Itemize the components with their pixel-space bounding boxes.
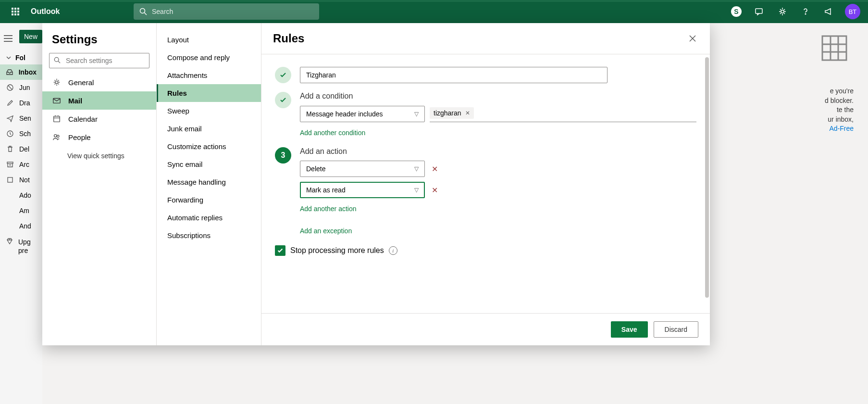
settings-button[interactable]: [772, 0, 793, 23]
settings-title: Settings: [42, 33, 156, 53]
hamburger-icon: [4, 35, 12, 42]
settings-cat-general[interactable]: General: [42, 73, 156, 91]
folder-label: Jun: [19, 84, 30, 91]
svg-point-0: [140, 9, 145, 13]
settings-sub-forwarding[interactable]: Forwarding: [157, 191, 261, 209]
settings-content-pane: Rules Add a condi: [261, 23, 710, 345]
folder-label: Del: [19, 145, 29, 153]
folder-deleted[interactable]: Del: [0, 141, 42, 157]
settings-sub-subscriptions[interactable]: Subscriptions: [157, 227, 261, 244]
settings-sub-rules[interactable]: Rules: [157, 84, 261, 102]
settings-sub-layout[interactable]: Layout: [157, 31, 261, 49]
people-icon: [52, 133, 62, 141]
settings-sub-handling[interactable]: Message handling: [157, 173, 261, 191]
svg-point-26: [54, 135, 57, 137]
folder-custom[interactable]: And: [0, 218, 42, 234]
folders-header[interactable]: Fol: [0, 51, 42, 64]
add-exception-link[interactable]: Add an exception: [300, 225, 352, 237]
search-icon: [54, 57, 61, 63]
ad-blocker-notice: e you're d blocker. te the ur inbox, Ad-…: [700, 87, 854, 134]
save-button[interactable]: Save: [611, 321, 648, 338]
settings-sub-attachments[interactable]: Attachments: [157, 66, 261, 84]
new-message-button[interactable]: New: [19, 30, 42, 43]
add-condition-link[interactable]: Add another condition: [300, 127, 365, 139]
folder-junk[interactable]: Jun: [0, 80, 42, 95]
gear-icon: [778, 7, 787, 16]
inbox-icon: [6, 68, 14, 76]
svg-rect-12: [8, 177, 12, 182]
app-launcher-button[interactable]: [4, 0, 27, 23]
settings-sub-autoreply[interactable]: Automatic replies: [157, 209, 261, 227]
view-quick-settings-link[interactable]: View quick settings: [42, 146, 156, 165]
settings-sub-junk[interactable]: Junk email: [157, 120, 261, 138]
settings-cat-mail[interactable]: Mail: [42, 91, 156, 110]
settings-dialog: Settings General Mail Calendar People Vi…: [42, 23, 710, 345]
settings-sub-sweep[interactable]: Sweep: [157, 102, 261, 120]
settings-cat-label: People: [68, 133, 91, 141]
chat-icon: [755, 7, 764, 16]
settings-search[interactable]: [49, 53, 149, 68]
folder-custom[interactable]: Ado: [0, 188, 42, 203]
archive-icon: [6, 161, 14, 168]
svg-line-19: [58, 61, 60, 63]
folder-label: Inbox: [19, 68, 37, 76]
settings-search-input[interactable]: [49, 53, 149, 68]
folders-label: Fol: [15, 54, 25, 62]
user-avatar[interactable]: BT: [845, 4, 860, 19]
search-input[interactable]: [152, 8, 313, 15]
settings-sub-customize[interactable]: Customize actions: [157, 138, 261, 155]
stop-processing-checkbox[interactable]: [275, 245, 285, 256]
condition-tag: tizgharan ✕: [430, 107, 474, 119]
folder-custom[interactable]: Am: [0, 203, 42, 218]
folder-archive[interactable]: Arc: [0, 157, 42, 172]
settings-sub-sync[interactable]: Sync email: [157, 155, 261, 173]
check-icon: [279, 71, 287, 79]
remove-tag-button[interactable]: ✕: [465, 110, 470, 116]
info-icon[interactable]: i: [389, 246, 397, 255]
folder-sent[interactable]: Sen: [0, 111, 42, 126]
chevron-down-icon: ▽: [414, 111, 419, 117]
search-box[interactable]: [134, 3, 319, 20]
condition-value-input[interactable]: tizgharan ✕: [430, 105, 696, 122]
note-icon: [6, 176, 14, 184]
teams-chat-button[interactable]: [749, 0, 770, 23]
announcements-button[interactable]: [818, 0, 839, 23]
close-button[interactable]: [687, 33, 698, 44]
hamburger-button[interactable]: [3, 30, 13, 47]
folder-label: Dra: [19, 99, 30, 107]
condition-select[interactable]: Message header includes ▽: [300, 106, 425, 122]
settings-cat-calendar[interactable]: Calendar: [42, 110, 156, 128]
remove-action-1-button[interactable]: ✕: [430, 163, 440, 176]
help-icon: [801, 7, 810, 16]
scrollbar-thumb[interactable]: [705, 57, 709, 298]
rule-name-input[interactable]: [300, 67, 608, 83]
folder-drafts[interactable]: Dra: [0, 95, 42, 111]
svg-point-27: [57, 135, 59, 138]
pencil-icon: [6, 99, 14, 107]
step-1-badge: [275, 67, 291, 83]
settings-cat-people[interactable]: People: [42, 128, 156, 146]
folder-scheduled[interactable]: Sch: [0, 126, 42, 141]
check-icon: [277, 247, 284, 254]
add-action-link[interactable]: Add another action: [300, 203, 357, 215]
rules-title: Rules: [273, 32, 304, 45]
folder-notes[interactable]: Not: [0, 172, 42, 188]
action-2-select[interactable]: Mark as read ▽: [300, 182, 425, 198]
folder-label: Sch: [19, 130, 31, 138]
upgrade-premium[interactable]: Upgpre: [0, 234, 42, 259]
svg-point-20: [55, 81, 58, 83]
settings-sub-compose[interactable]: Compose and reply: [157, 49, 261, 66]
settings-category-nav: Settings General Mail Calendar People Vi…: [42, 23, 157, 345]
folder-inbox[interactable]: Inbox: [0, 64, 42, 80]
ad-free-link[interactable]: Ad-Free: [829, 125, 854, 132]
help-button[interactable]: [795, 0, 816, 23]
folder-label: Am: [19, 207, 29, 215]
trash-icon: [6, 145, 14, 153]
mail-icon: [52, 96, 62, 105]
step-3-label: Add an action: [300, 147, 696, 156]
discard-button[interactable]: Discard: [654, 321, 698, 338]
action-1-select[interactable]: Delete ▽: [300, 161, 425, 177]
svg-rect-22: [54, 116, 60, 122]
remove-action-2-button[interactable]: ✕: [430, 184, 440, 197]
skype-button[interactable]: S: [726, 0, 747, 23]
